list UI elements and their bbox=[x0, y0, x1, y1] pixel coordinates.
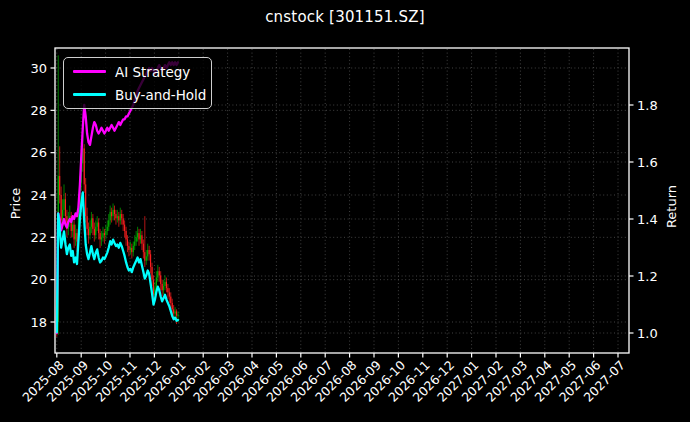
candle-body bbox=[131, 248, 132, 252]
legend-label-buy-and-hold: Buy-and-Hold bbox=[115, 87, 206, 103]
price-tick-label: 20 bbox=[30, 272, 47, 287]
price-tick-label: 30 bbox=[30, 61, 47, 76]
candle-body bbox=[127, 239, 128, 245]
candle-body bbox=[160, 275, 161, 283]
candle-body bbox=[159, 271, 160, 275]
candle-body bbox=[113, 210, 114, 216]
candle-body bbox=[140, 235, 141, 239]
chart-title: cnstock [301151.SZ] bbox=[0, 8, 690, 26]
candle-body bbox=[172, 303, 173, 309]
candle-body bbox=[59, 176, 60, 195]
candle-body bbox=[115, 214, 116, 218]
candle-body bbox=[114, 210, 115, 214]
candle-body bbox=[137, 233, 138, 237]
candle-body bbox=[84, 148, 85, 184]
candle-body bbox=[149, 250, 150, 254]
candle-body bbox=[147, 250, 148, 256]
candle-body bbox=[167, 288, 168, 292]
candle-body bbox=[163, 286, 164, 290]
candle-body bbox=[146, 256, 147, 260]
candle-body bbox=[157, 271, 158, 277]
candle-body bbox=[176, 311, 177, 315]
return-tick-label: 1.4 bbox=[637, 212, 658, 227]
return-tick-label: 1.2 bbox=[637, 269, 658, 284]
candle-body bbox=[166, 282, 167, 288]
candle-body bbox=[169, 292, 170, 296]
return-tick-label: 1.0 bbox=[637, 326, 658, 341]
candle-body bbox=[88, 229, 89, 235]
candle-body bbox=[130, 248, 131, 250]
candle-body bbox=[134, 242, 135, 246]
candle-body bbox=[72, 225, 73, 231]
candle-body bbox=[175, 311, 176, 313]
legend-item-ai-strategy: AI Strategy bbox=[64, 61, 211, 82]
candle-body bbox=[87, 216, 88, 229]
candle-body bbox=[104, 233, 105, 235]
candle-body bbox=[63, 199, 64, 210]
candle-body bbox=[164, 282, 165, 286]
candle-body bbox=[128, 246, 129, 250]
candle-body bbox=[110, 212, 111, 220]
candle-body bbox=[91, 218, 92, 226]
price-tick-label: 22 bbox=[30, 230, 47, 245]
legend: AI Strategy Buy-and-Hold bbox=[63, 57, 212, 109]
chart-figure: 2025-082025-092025-102025-112025-122026-… bbox=[0, 0, 690, 422]
ai-strategy-line-swatch bbox=[73, 70, 106, 74]
candle-body bbox=[162, 284, 163, 290]
candle-body bbox=[153, 280, 154, 295]
candle-body bbox=[126, 231, 127, 239]
candle-body bbox=[151, 267, 152, 280]
candle-body bbox=[92, 218, 93, 229]
candle-body bbox=[85, 184, 86, 216]
candle-body bbox=[173, 309, 174, 313]
candle-body bbox=[75, 233, 76, 239]
candle-body bbox=[150, 254, 151, 267]
candle-body bbox=[102, 233, 103, 237]
candle-body bbox=[95, 227, 96, 235]
candle-body bbox=[101, 237, 102, 239]
candle-body bbox=[133, 246, 134, 252]
candle-body bbox=[98, 223, 99, 234]
candle-body bbox=[170, 297, 171, 303]
buy-and-hold-line-swatch bbox=[73, 93, 106, 97]
candle-body bbox=[117, 216, 118, 218]
candle-body bbox=[97, 223, 98, 227]
candle-body bbox=[136, 237, 137, 241]
candle-body bbox=[65, 199, 66, 216]
return-tick-label: 1.6 bbox=[637, 155, 658, 170]
candle-body bbox=[141, 235, 142, 243]
candle-body bbox=[120, 214, 121, 220]
candle-body bbox=[143, 244, 144, 252]
candle-body bbox=[100, 233, 101, 239]
candle-body bbox=[123, 218, 124, 224]
price-tick-label: 26 bbox=[30, 145, 47, 160]
candle-body bbox=[105, 231, 106, 235]
candle-body bbox=[111, 212, 112, 216]
candle-body bbox=[89, 227, 90, 235]
candle-body bbox=[107, 227, 108, 231]
candle-body bbox=[108, 220, 109, 226]
candle-body bbox=[118, 216, 119, 220]
candle-body bbox=[61, 195, 62, 220]
candle-body bbox=[138, 233, 139, 239]
candle-body bbox=[144, 252, 145, 260]
legend-item-buy-and-hold: Buy-and-Hold bbox=[64, 84, 211, 105]
legend-label-ai-strategy: AI Strategy bbox=[115, 64, 190, 80]
return-axis-label: Return bbox=[664, 182, 679, 232]
price-tick-label: 18 bbox=[30, 315, 47, 330]
candle-body bbox=[121, 214, 122, 218]
return-tick-label: 1.8 bbox=[637, 98, 658, 113]
price-tick-label: 28 bbox=[30, 103, 47, 118]
candle-body bbox=[74, 225, 75, 240]
price-axis-label: Price bbox=[8, 184, 23, 224]
candle-body bbox=[124, 225, 125, 231]
candle bbox=[85, 178, 86, 222]
price-tick-label: 24 bbox=[30, 188, 47, 203]
candle-body bbox=[177, 315, 178, 316]
candle-body bbox=[94, 229, 95, 235]
